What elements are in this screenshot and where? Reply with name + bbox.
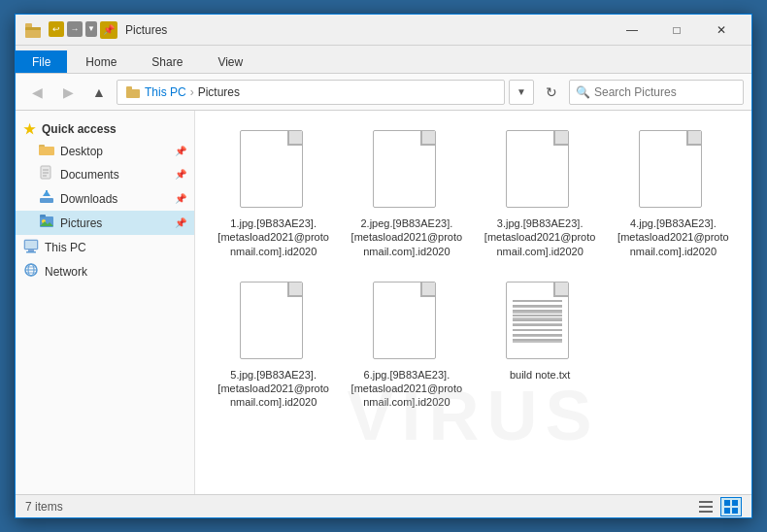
file-icon (506, 130, 574, 213)
qa-pin-btn[interactable]: 📌 (100, 21, 117, 39)
qa-down-btn[interactable]: ▼ (85, 21, 97, 37)
explorer-window: ↩ → ▼ 📌 Pictures — □ ✕ File Home Share V… (15, 14, 752, 518)
status-bar: 7 items (16, 494, 751, 517)
pin-icon-docs: 📌 (175, 169, 186, 180)
tab-file[interactable]: File (16, 50, 67, 73)
path-thispc[interactable]: This PC (145, 85, 186, 99)
up-button[interactable]: ▲ (85, 79, 113, 106)
ribbon-tabs: File Home Share View (16, 46, 751, 73)
svg-rect-30 (724, 500, 730, 506)
file-label: 6.jpg.[9B83AE23].[metasload2021@protonma… (349, 368, 465, 410)
sidebar-item-thispc[interactable]: This PC (16, 235, 194, 259)
address-path[interactable]: This PC › Pictures (117, 80, 505, 105)
file-area: VIRUS 1.jpg.[9B83AE23].[metasload2021@pr… (195, 111, 751, 494)
window-icon (23, 20, 43, 40)
pictures-sidebar-icon (39, 214, 54, 232)
icon-view-button[interactable] (720, 497, 742, 516)
file-icon (240, 130, 308, 213)
file-item[interactable]: 5.jpg.[9B83AE23].[metasload2021@protonma… (211, 278, 336, 414)
search-box[interactable]: 🔍 (569, 80, 744, 105)
file-label: 3.jpg.[9B83AE23].[metasload2021@protonma… (482, 216, 598, 258)
sidebar-documents-label: Documents (60, 168, 119, 182)
pin-icon-dl: 📌 (175, 193, 186, 204)
address-dropdown[interactable]: ▼ (509, 80, 534, 105)
tab-home[interactable]: Home (69, 50, 133, 73)
file-label: 1.jpg.[9B83AE23].[metasload2021@protonma… (216, 216, 332, 258)
close-button[interactable]: ✕ (699, 15, 744, 46)
network-icon (23, 262, 39, 281)
svg-rect-19 (28, 249, 34, 251)
pc-icon (23, 238, 39, 256)
sidebar-item-desktop[interactable]: Desktop 📌 (16, 140, 194, 162)
sidebar-item-network[interactable]: Network (16, 259, 194, 283)
sidebar-item-downloads[interactable]: Downloads 📌 (16, 186, 194, 211)
svg-rect-15 (40, 215, 46, 217)
forward-button[interactable]: ▶ (54, 79, 82, 106)
title-bar: ↩ → ▼ 📌 Pictures — □ ✕ (16, 15, 751, 46)
svg-rect-21 (25, 241, 37, 249)
file-label: 5.jpg.[9B83AE23].[metasload2021@protonma… (216, 368, 332, 410)
refresh-button[interactable]: ↻ (538, 79, 565, 106)
pin-icon-pic: 📌 (175, 217, 186, 228)
file-icon (373, 130, 441, 213)
file-item[interactable]: 1.jpg.[9B83AE23].[metasload2021@protonma… (211, 126, 336, 262)
main-content: ★ Quick access Desktop 📌 (16, 111, 751, 494)
search-icon: 🔍 (576, 85, 590, 99)
file-item[interactable]: 6.jpg.[9B83AE23].[metasload2021@protonma… (344, 278, 469, 414)
svg-rect-11 (40, 198, 53, 203)
sidebar-network-label: Network (45, 265, 87, 279)
file-item[interactable]: 4.jpg.[9B83AE23].[metasload2021@protonma… (611, 126, 736, 262)
view-controls (695, 497, 742, 516)
item-count: 7 items (25, 500, 63, 514)
file-icon (240, 282, 308, 364)
file-icon-txt (506, 282, 574, 364)
svg-rect-31 (732, 500, 738, 506)
svg-rect-28 (699, 506, 713, 508)
maximize-button[interactable]: □ (654, 15, 699, 46)
sidebar-pictures-label: Pictures (60, 216, 102, 230)
path-pictures[interactable]: Pictures (198, 85, 240, 99)
tab-view[interactable]: View (201, 50, 259, 73)
svg-rect-13 (46, 190, 48, 196)
window-title: Pictures (125, 23, 610, 37)
sidebar-quick-access-label: Quick access (42, 122, 117, 136)
svg-rect-4 (126, 89, 140, 98)
svg-rect-27 (699, 501, 713, 503)
svg-rect-32 (724, 508, 730, 514)
sidebar-desktop-label: Desktop (60, 145, 103, 158)
list-view-button[interactable] (695, 497, 717, 516)
back-button[interactable]: ◀ (23, 79, 50, 106)
documents-icon (39, 165, 54, 183)
address-bar: ◀ ▶ ▲ This PC › Pictures ▼ ↻ 🔍 (16, 74, 751, 111)
file-icon (639, 130, 707, 213)
sidebar-downloads-label: Downloads (60, 192, 117, 206)
sidebar-item-pictures[interactable]: Pictures 📌 (16, 211, 194, 235)
file-icon (373, 282, 441, 364)
star-icon: ★ (23, 121, 36, 137)
sidebar-item-documents[interactable]: Documents 📌 (16, 162, 194, 186)
file-item[interactable]: 3.jpg.[9B83AE23].[metasload2021@protonma… (478, 126, 603, 262)
qa-back-btn[interactable]: ↩ (49, 21, 64, 37)
tab-share[interactable]: Share (135, 50, 199, 73)
files-grid: 1.jpg.[9B83AE23].[metasload2021@protonma… (211, 126, 736, 414)
file-label-txt: build note.txt (510, 368, 570, 382)
svg-rect-33 (732, 508, 738, 514)
svg-rect-2 (25, 27, 41, 30)
minimize-button[interactable]: — (610, 15, 654, 46)
file-label: 4.jpg.[9B83AE23].[metasload2021@protonma… (615, 216, 731, 258)
sidebar-item-quick-access[interactable]: ★ Quick access (16, 118, 194, 140)
file-item[interactable]: 2.jpeg.[9B83AE23].[metasload2021@protonm… (344, 126, 469, 262)
file-item-txt[interactable]: build note.txt (478, 278, 603, 414)
search-input[interactable] (594, 85, 737, 99)
svg-rect-20 (26, 251, 36, 253)
sidebar: ★ Quick access Desktop 📌 (16, 111, 195, 494)
quick-access-toolbar: ↩ → ▼ 📌 (49, 21, 117, 39)
pin-icon: 📌 (175, 146, 186, 156)
qa-arrow-btn[interactable]: → (67, 21, 83, 37)
window-controls: — □ ✕ (610, 15, 744, 46)
svg-rect-29 (699, 511, 713, 513)
file-label: 2.jpeg.[9B83AE23].[metasload2021@protonm… (349, 216, 465, 258)
folder-icon (39, 143, 54, 159)
svg-rect-6 (39, 147, 54, 155)
svg-rect-1 (25, 29, 41, 38)
